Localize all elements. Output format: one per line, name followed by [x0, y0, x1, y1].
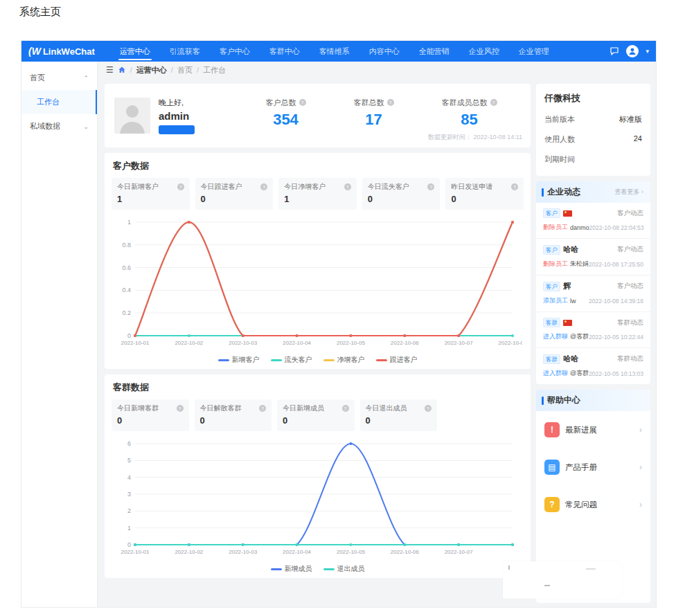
svg-text:0.8: 0.8 — [122, 242, 131, 248]
stat-label: 今日净增客户 — [284, 182, 326, 192]
nav-item-enterprise-admin[interactable]: 企业管理 — [509, 41, 559, 62]
info-icon[interactable]: ? — [427, 183, 434, 190]
dynamics-name: 哈哈 — [563, 354, 578, 364]
company-row-value: 24 — [634, 134, 642, 145]
info-icon[interactable]: ? — [511, 183, 518, 190]
breadcrumb-section[interactable]: 首页 — [177, 65, 193, 75]
customer-tag: 客户 — [543, 282, 560, 291]
legend-swatch — [271, 568, 282, 570]
sidebar-item-workbench[interactable]: 工作台 — [21, 90, 97, 114]
info-icon[interactable]: ? — [259, 405, 266, 412]
stat-value: 0 — [200, 415, 267, 426]
legend-item[interactable]: 净增客户 — [323, 355, 365, 365]
legend-swatch — [323, 568, 335, 570]
collapse-menu-icon[interactable]: ☰ — [106, 65, 114, 75]
avatar-caret-icon[interactable]: ▾ — [646, 48, 649, 55]
sidebar-group-private-data-label: 私域数据 — [30, 121, 60, 132]
sidebar: 首页 ⌃ 工作台 私域数据 ⌄ — [21, 62, 98, 608]
help-item-product-manual[interactable]: ▤ 产品手册 › — [536, 449, 650, 486]
logo-text: LinkWeChat — [43, 46, 95, 57]
group-line-chart[interactable]: 01234562022-10-012022-10-022022-10-03202… — [112, 434, 524, 574]
info-icon[interactable]: ? — [260, 183, 267, 190]
stat-label: 今日解散客群 — [200, 404, 242, 413]
info-icon[interactable]: ? — [342, 405, 349, 412]
page-title: 系统主页 — [19, 6, 61, 19]
help-item-latest-progress[interactable]: ! 最新进展 › — [536, 411, 650, 449]
dynamics-item[interactable]: 客户 辉 客户动态 添加员工 lw 2022-10-08 14:39:16 — [536, 275, 650, 312]
nav-item-operations[interactable]: 运营中心 — [110, 41, 160, 62]
view-more-link[interactable]: 查看更多 › — [615, 188, 644, 197]
stat-label: 今日流失客户 — [368, 182, 409, 192]
info-icon[interactable]: ? — [299, 99, 306, 106]
user-avatar-icon[interactable] — [626, 45, 639, 57]
info-icon[interactable]: ? — [425, 405, 432, 412]
sidebar-group-home[interactable]: 首页 ⌃ — [21, 66, 97, 90]
company-row-value: 标准版 — [619, 114, 642, 125]
nav-item-group-center[interactable]: 客群中心 — [260, 41, 310, 62]
stat-label: 今日退出成员 — [366, 404, 407, 413]
dynamics-target: 朱松娟 — [570, 260, 589, 269]
message-icon[interactable] — [610, 46, 619, 56]
dynamics-item[interactable]: 客群 哈哈 客群动态 进入群聊 @客群 2022-10-05 10:13:03 — [536, 348, 650, 384]
nav-item-acquisition[interactable]: 引流获客 — [160, 41, 210, 62]
sidebar-group-private-data[interactable]: 私域数据 ⌄ — [21, 114, 97, 138]
company-expiry-row: 到期时间 — [544, 154, 642, 165]
chart-legend: 新增成员退出成员 — [112, 564, 524, 574]
dynamics-type: 客群动态 — [617, 318, 643, 327]
legend-label: 净增客户 — [337, 355, 365, 365]
svg-text:2022-10-04: 2022-10-04 — [283, 549, 311, 555]
total-customers-value: 354 — [266, 111, 306, 129]
legend-swatch — [271, 359, 282, 361]
book-icon: ▤ — [544, 460, 560, 475]
stat-label: 今日新增成员 — [283, 404, 324, 413]
svg-text:2022-10-01: 2022-10-01 — [121, 340, 150, 346]
nav-item-content-center[interactable]: 内容中心 — [359, 41, 409, 62]
dynamics-item[interactable]: 客户 哈哈 客户动态 删除员工 朱松娟 2022-10-08 17:25:50 — [536, 239, 650, 275]
legend-label: 新增成员 — [285, 564, 312, 574]
legend-item[interactable]: 新增成员 — [271, 564, 312, 574]
nav-item-marketing[interactable]: 全能营销 — [409, 41, 459, 62]
legend-item[interactable]: 退出成员 — [323, 564, 365, 574]
svg-text:2022-10-01: 2022-10-01 — [121, 549, 150, 555]
nav-item-customer-center[interactable]: 客户中心 — [210, 41, 260, 62]
main-area: ☰ / 运营中心 / 首页 / 工作台 — [98, 62, 656, 608]
left-column: 晚上好, admin 客户总数? 354 客群总数? 17 — [105, 84, 531, 603]
info-icon[interactable]: ? — [344, 183, 351, 190]
customer-line-chart[interactable]: 00.20.40.60.812022-10-012022-10-022022-1… — [112, 212, 524, 365]
info-icon[interactable]: ? — [177, 405, 184, 412]
dynamics-type: 客群动态 — [617, 354, 643, 363]
legend-item[interactable]: 跟进客户 — [376, 355, 418, 365]
dynamics-type: 客户动态 — [617, 209, 643, 218]
breadcrumb-root[interactable]: 运营中心 — [136, 65, 167, 75]
info-icon[interactable]: ? — [177, 183, 184, 190]
svg-text:0: 0 — [127, 541, 131, 548]
dynamics-action: 进入群聊 — [543, 369, 568, 378]
screenshot-artifact — [503, 561, 622, 599]
dynamics-time: 2022-10-08 22:04:53 — [589, 224, 644, 231]
customer-data-card: 客户数据 今日新增客户? 1 今日跟进客户? 0 今日净增客户? — [105, 153, 531, 369]
legend-item[interactable]: 流失客户 — [271, 355, 312, 365]
info-icon[interactable]: ? — [490, 99, 497, 106]
legend-item[interactable]: 新增客户 — [218, 355, 260, 365]
dynamics-item[interactable]: 客户 客户动态 删除员工 danmo 2022-10-08 22:04:53 — [536, 203, 650, 239]
company-row-label: 当前版本 — [544, 114, 575, 125]
red-flag-icon — [563, 320, 572, 326]
group-data-title: 客群数据 — [113, 381, 524, 394]
breadcrumb: ☰ / 运营中心 / 首页 / 工作台 — [98, 62, 656, 78]
nav-item-relations[interactable]: 客情维系 — [310, 41, 359, 62]
svg-text:2022-10-05: 2022-10-05 — [337, 549, 365, 555]
stat-new-customers: 今日新增客户? 1 — [112, 178, 190, 210]
help-item-faq[interactable]: ? 常见问题 › — [536, 486, 650, 523]
home-icon[interactable] — [118, 66, 126, 74]
company-row-label: 使用人数 — [544, 134, 575, 145]
stat-label: 今日新增客群 — [117, 404, 159, 413]
info-icon[interactable]: ? — [387, 99, 394, 106]
nav-item-risk-control[interactable]: 企业风控 — [459, 41, 509, 62]
help-item-label: 产品手册 — [565, 462, 597, 473]
dynamics-action: 删除员工 — [543, 223, 568, 232]
dynamics-item[interactable]: 客群 客群动态 进入群聊 @客群 2022-10-05 10:22:44 — [536, 312, 650, 348]
app-logo[interactable]: (W LinkWeChat — [28, 46, 95, 57]
legend-swatch — [376, 359, 387, 361]
stat-lost-customers: 今日流失客户? 0 — [362, 178, 441, 210]
dynamics-time: 2022-10-08 14:39:16 — [589, 298, 643, 305]
